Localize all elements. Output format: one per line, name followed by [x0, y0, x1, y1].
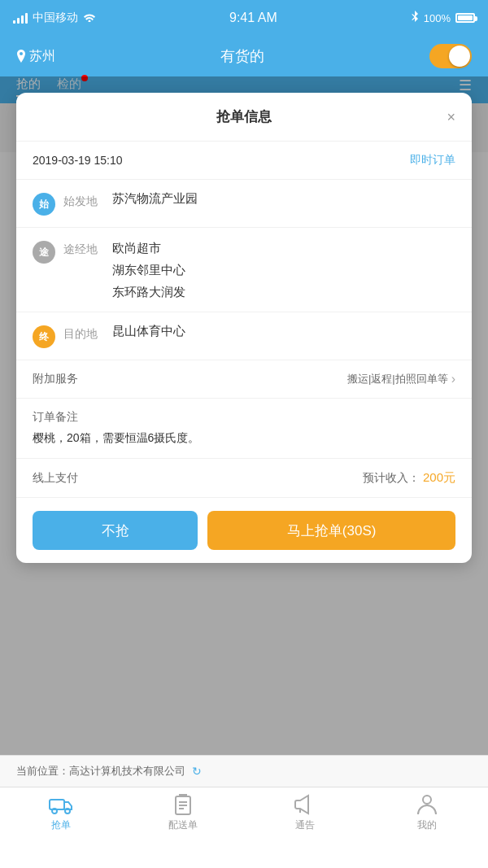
nav-label-tonggao: 通告 — [295, 818, 315, 832]
status-bar: 中国移动 9:41 AM 100% — [0, 0, 488, 36]
svg-point-7 — [423, 796, 431, 804]
truck-icon — [49, 794, 73, 815]
dest-value: 昆山体育中心 — [112, 324, 185, 339]
toggle-knob — [449, 46, 470, 67]
modal-close-button[interactable]: × — [447, 108, 455, 125]
service-value-text: 搬运|返程|拍照回单等 — [347, 372, 448, 386]
nav-label-qiangdan: 抢单 — [51, 818, 71, 832]
bluetooth-icon — [411, 11, 419, 26]
modal-dialog: 抢单信息 × 2019-03-19 15:10 即时订单 始 始发地 苏汽物流产… — [16, 93, 472, 563]
payment-row: 线上支付 预计收入： 200元 — [16, 459, 472, 498]
payment-value: 预计收入： 200元 — [363, 470, 455, 486]
svg-point-1 — [52, 809, 57, 813]
nav-item-wode[interactable]: 我的 — [366, 794, 488, 832]
dest-row: 终 目的地 昆山体育中心 — [16, 312, 472, 360]
via-stops: 欧尚超市 湖东邻里中心 东环路大润发 — [112, 239, 185, 300]
modal-actions: 不抢 马上抢单(30S) — [16, 498, 472, 563]
income-amount: 200元 — [423, 470, 455, 484]
header-title: 有货的 — [220, 46, 264, 66]
cancel-button[interactable]: 不抢 — [33, 511, 198, 550]
grab-button[interactable]: 马上抢单(30S) — [207, 511, 455, 550]
chevron-right-icon: › — [451, 372, 455, 386]
note-content: 樱桃，20箱，需要恒温6摄氏度。 — [33, 430, 455, 447]
income-label: 预计收入： — [363, 471, 420, 484]
bottom-info-bar: 当前位置：高达计算机技术有限公司 ↻ — [0, 755, 488, 787]
bottom-nav: 抢单 配送单 通告 我的 — [0, 787, 488, 868]
order-date: 2019-03-19 15:10 — [33, 154, 123, 167]
nav-label-peisongdan: 配送单 — [168, 818, 198, 832]
origin-badge: 始 — [33, 193, 55, 216]
via-stop-3: 东环路大润发 — [112, 285, 185, 300]
megaphone-icon — [293, 794, 317, 815]
status-left: 中国移动 — [13, 11, 96, 25]
battery-percent: 100% — [424, 12, 451, 24]
origin-value: 苏汽物流产业园 — [112, 191, 198, 207]
nav-item-tonggao[interactable]: 通告 — [244, 794, 366, 832]
toggle-switch[interactable] — [429, 44, 472, 68]
service-value[interactable]: 搬运|返程|拍照回单等 › — [347, 372, 455, 386]
via-badge: 途 — [33, 241, 55, 264]
carrier-label: 中国移动 — [33, 11, 78, 25]
refresh-icon[interactable]: ↻ — [192, 765, 202, 778]
battery-icon — [455, 13, 475, 23]
dest-label: 目的地 — [63, 327, 104, 342]
header-location[interactable]: 苏州 — [16, 48, 55, 65]
note-label: 订单备注 — [33, 410, 455, 425]
app-header: 苏州 有货的 — [0, 36, 488, 76]
nav-item-peisongdan[interactable]: 配送单 — [122, 794, 244, 832]
payment-label: 线上支付 — [33, 471, 78, 486]
note-section: 订单备注 樱桃，20箱，需要恒温6摄氏度。 — [16, 399, 472, 459]
service-row[interactable]: 附加服务 搬运|返程|拍照回单等 › — [16, 360, 472, 399]
via-stop-1: 欧尚超市 — [112, 241, 185, 256]
signal-icon — [13, 12, 28, 24]
clipboard-icon — [171, 794, 195, 815]
service-label: 附加服务 — [33, 372, 78, 386]
order-type[interactable]: 即时订单 — [410, 153, 455, 168]
location-text: 苏州 — [29, 48, 55, 65]
modal-header: 抢单信息 × — [16, 93, 472, 142]
status-right: 100% — [411, 11, 475, 26]
person-icon — [415, 794, 439, 815]
svg-rect-0 — [50, 800, 64, 809]
nav-item-qiangdan[interactable]: 抢单 — [0, 794, 122, 832]
via-stop-2: 湖东邻里中心 — [112, 263, 185, 278]
via-row: 途 途经地 欧尚超市 湖东邻里中心 东环路大润发 — [16, 228, 472, 312]
via-label: 途经地 — [63, 242, 104, 257]
status-time: 9:41 AM — [229, 11, 277, 25]
dest-badge: 终 — [33, 325, 55, 348]
svg-point-2 — [65, 809, 70, 813]
bottom-info-text: 当前位置：高达计算机技术有限公司 — [16, 764, 185, 779]
modal-overlay: 抢单信息 × 2019-03-19 15:10 即时订单 始 始发地 苏汽物流产… — [0, 76, 488, 787]
origin-label: 始发地 — [63, 194, 104, 209]
origin-row: 始 始发地 苏汽物流产业园 — [16, 180, 472, 228]
order-info-row: 2019-03-19 15:10 即时订单 — [16, 142, 472, 180]
nav-label-wode: 我的 — [417, 818, 437, 832]
modal-title: 抢单信息 — [216, 107, 272, 126]
wifi-icon — [83, 11, 96, 24]
